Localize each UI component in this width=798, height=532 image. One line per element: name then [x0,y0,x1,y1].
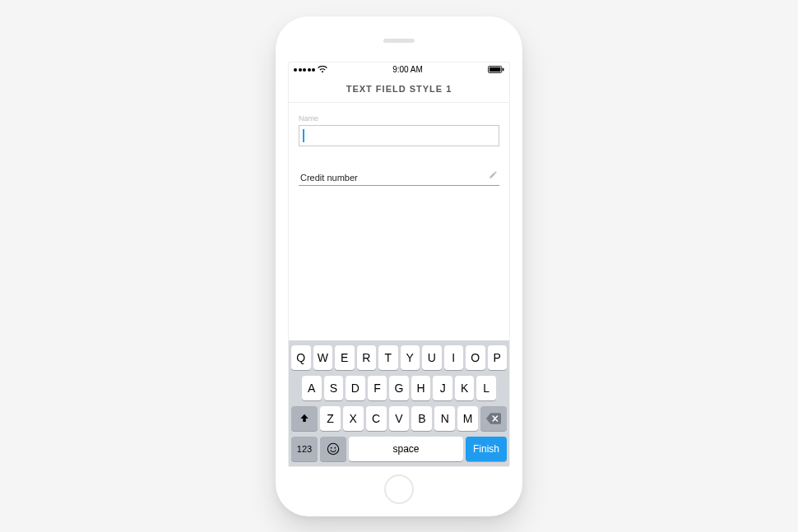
key-e[interactable]: E [335,345,355,370]
wifi-icon [318,66,327,73]
keyboard-row-4: 123 space Finish [291,437,507,461]
key-a[interactable]: A [302,376,322,400]
key-c[interactable]: C [366,406,387,431]
name-field-wrap: Name [299,114,499,146]
svg-rect-2 [503,68,504,72]
key-v[interactable]: V [389,406,410,431]
status-time: 9:00 AM [392,65,423,74]
key-l[interactable]: L [476,376,496,400]
on-screen-keyboard: QWERTYUIOP ASDFGHJKL ZXCVBNM [289,340,509,466]
credit-input[interactable]: Credit number [299,168,499,186]
page-title: TEXT FIELD STYLE 1 [289,84,509,94]
phone-screen: 9:00 AM TEXT FIELD STYLE 1 Name Cred [288,62,510,467]
key-u[interactable]: U [422,345,442,370]
key-t[interactable]: T [378,345,398,370]
phone-speaker [383,39,415,43]
key-r[interactable]: R [357,345,377,370]
svg-point-3 [327,443,338,454]
name-input[interactable] [299,125,499,146]
form-area: Name Credit number [289,103,509,340]
key-n[interactable]: N [434,406,455,431]
key-h[interactable]: H [411,376,431,400]
backspace-key[interactable] [480,406,507,431]
numeric-key[interactable]: 123 [291,437,318,461]
key-s[interactable]: S [324,376,344,400]
svg-rect-1 [489,67,501,72]
home-button[interactable] [384,474,414,504]
credit-field-wrap: Credit number [299,168,499,186]
svg-point-5 [334,446,336,448]
credit-placeholder: Credit number [300,173,358,183]
return-key[interactable]: Finish [466,437,507,461]
key-w[interactable]: W [313,345,333,370]
key-j[interactable]: J [433,376,452,400]
space-key[interactable]: space [349,437,463,461]
phone-frame: 9:00 AM TEXT FIELD STYLE 1 Name Cred [276,16,522,516]
status-left [294,66,327,73]
stage: 9:00 AM TEXT FIELD STYLE 1 Name Cred [0,0,798,532]
signal-dots-icon [294,68,315,72]
key-g[interactable]: G [389,376,409,400]
backspace-icon [486,413,501,424]
keyboard-row-1: QWERTYUIOP [291,345,507,370]
key-b[interactable]: B [411,406,432,431]
text-cursor [303,129,304,142]
emoji-key[interactable] [320,437,346,461]
key-m[interactable]: M [457,406,478,431]
svg-point-4 [331,446,332,448]
battery-icon [488,66,504,73]
keyboard-row-3: ZXCVBNM [291,406,507,431]
key-k[interactable]: K [455,376,475,400]
emoji-icon [327,442,340,456]
shift-key[interactable] [291,406,318,431]
key-y[interactable]: Y [401,345,420,370]
key-p[interactable]: P [488,345,508,370]
key-q[interactable]: Q [291,345,311,370]
shift-icon [299,413,310,424]
key-d[interactable]: D [346,376,365,400]
key-z[interactable]: Z [320,406,341,431]
screen-header: TEXT FIELD STYLE 1 [289,77,509,103]
key-f[interactable]: F [368,376,387,400]
key-x[interactable]: X [343,406,364,431]
name-field-label: Name [299,114,499,123]
key-o[interactable]: O [466,345,485,370]
status-bar: 9:00 AM [289,62,509,77]
pencil-icon [489,168,498,183]
key-i[interactable]: I [444,345,464,370]
keyboard-row-2: ASDFGHJKL [291,376,507,400]
